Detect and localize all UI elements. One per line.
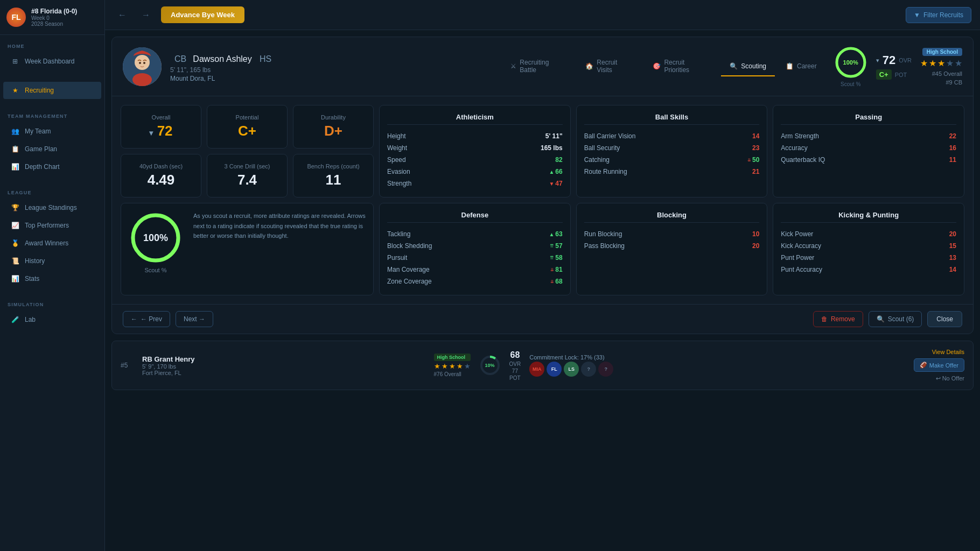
back-button[interactable]: ←: [114, 8, 131, 22]
pursuit-up2-icon: ⇈: [550, 255, 554, 260]
recruit-stars: ★ ★ ★ ★ ★: [920, 58, 962, 68]
school-badge: High School: [922, 48, 962, 56]
star-1: ★: [920, 58, 928, 68]
attr-evasion: Evasion ▲ 66: [387, 166, 563, 178]
sidebar-item-top-performers[interactable]: 📈 Top Performers: [3, 217, 101, 234]
sidebar-team-section: TEAM MANAGEMENT 👥 My Team 📋 Game Plan 📊 …: [0, 105, 104, 181]
sidebar-item-lab[interactable]: 🧪 Lab: [3, 311, 101, 328]
ovr-value: 72: [883, 53, 895, 67]
sidebar-league-section: LEAGUE 🏆 League Standings 📈 Top Performe…: [0, 181, 104, 293]
scout-mini-pct: 10%: [485, 363, 495, 368]
make-offer-button[interactable]: 🏈 Make Offer: [914, 358, 964, 372]
leader-ls: LS: [564, 362, 579, 377]
lab-icon: 🧪: [11, 316, 19, 323]
filter-icon: ▼: [914, 11, 920, 19]
scout-big-pct: 100%: [143, 232, 168, 244]
recruit-card: CB Dawson Ashley HS 5' 11", 165 lbs Moun…: [111, 37, 974, 334]
sidebar-item-label: Week Dashboard: [25, 58, 75, 65]
tab-recruit-visits[interactable]: 🏠 Recruit Visits: [577, 53, 642, 80]
depth-chart-icon: 📊: [11, 163, 19, 171]
tab-recruit-priorities[interactable]: 🎯 Recruit Priorities: [644, 53, 719, 80]
dashboard-icon: ⊞: [11, 58, 19, 65]
attr-strength: Strength ▼ 47: [387, 178, 563, 189]
attr-qb-iq: Quarterback IQ 11: [781, 154, 956, 166]
sidebar-item-recruiting[interactable]: ★ Recruiting: [3, 82, 101, 99]
forward-button[interactable]: →: [137, 8, 155, 22]
scout-button[interactable]: 🔍 Scout (6): [869, 311, 922, 327]
defense-card: Defense Tackling ▲ 63 Block Shedding ⇈ 5…: [379, 203, 571, 295]
attr-zone-coverage: Zone Coverage ⇊ 68: [387, 276, 563, 287]
durability-card: Durability D+: [293, 105, 374, 149]
star-3: ★: [937, 58, 945, 68]
prev-button[interactable]: ← ← Prev: [123, 311, 170, 327]
career-icon: 📋: [786, 62, 794, 70]
filter-recruits-button[interactable]: ▼ Filter Recruits: [906, 7, 971, 23]
dash40-card: 40yd Dash (sec) 4.49: [121, 154, 201, 197]
potential-value: C+: [238, 123, 256, 139]
durability-value: D+: [324, 123, 342, 139]
block-shedding-up2-icon: ⇈: [550, 243, 554, 249]
sidebar-item-label: Stats: [25, 275, 39, 282]
bottom-pot: OVR: [509, 361, 521, 367]
bstar-4: ★: [457, 362, 463, 370]
bstar-5: ★: [464, 362, 471, 370]
attr-weight: Weight 165 lbs: [387, 142, 563, 154]
sidebar-item-award-winners[interactable]: 🥇 Award Winners: [3, 235, 101, 252]
sidebar-simulation-section: SIMULATION 🧪 Lab: [0, 293, 104, 334]
recruit-physical: 5' 11", 165 lbs: [170, 66, 493, 74]
tab-scouting[interactable]: 🔍 Scouting: [721, 57, 775, 76]
bottom-location: Fort Pierce, FL: [142, 370, 425, 376]
sidebar-header: FL #8 Florida (0-0) Week 0 2028 Season: [0, 0, 104, 35]
main-content: ← → Advance Bye Week ▼ Filter Recruits: [105, 0, 980, 551]
attr-bcv: Ball Carrier Vision 14: [584, 130, 760, 142]
no-offer-button[interactable]: ↩ No Offer: [936, 375, 964, 382]
sidebar-team-info: #8 Florida (0-0) Week 0 2028 Season: [31, 8, 77, 27]
sidebar-item-my-team[interactable]: 👥 My Team: [3, 123, 101, 140]
kicking-title: Kicking & Punting: [781, 211, 956, 223]
recruit-rating: ▾ 72 OVR C+ POT: [876, 53, 912, 80]
athleticism-title: Athleticism: [387, 113, 563, 125]
attr-pass-blocking: Pass Blocking 20: [584, 240, 760, 252]
dash40-label: 40yd Dash (sec): [139, 163, 183, 169]
scout-circle-container: 100% Scout %: [834, 46, 867, 87]
stats-icon: 📊: [11, 275, 19, 282]
tab-recruiting-battle[interactable]: ⚔ Recruiting Battle: [502, 53, 575, 80]
attr-accuracy: Accuracy 16: [781, 142, 956, 154]
sidebar-item-game-plan[interactable]: 📋 Game Plan: [3, 140, 101, 158]
leader-unk2: ?: [598, 362, 613, 377]
recruit-name: CB Dawson Ashley HS: [170, 51, 493, 65]
view-details-button[interactable]: View Details: [932, 349, 964, 355]
tackling-up-icon: ▲: [549, 231, 554, 237]
strength-down-icon: ▼: [549, 181, 554, 187]
school-block: High School ★ ★ ★ ★ ★ #45 Overall #9 CB: [920, 48, 962, 86]
close-button[interactable]: Close: [927, 311, 962, 327]
recruiting-icon: ★: [11, 87, 19, 94]
next-button[interactable]: Next →: [176, 311, 213, 327]
sidebar-item-label: Recruiting: [25, 87, 54, 94]
sidebar-item-depth-chart[interactable]: 📊 Depth Chart: [3, 158, 101, 175]
bottom-name: RB Grant Henry: [142, 355, 425, 363]
remove-button[interactable]: 🗑 Remove: [813, 311, 863, 327]
advance-week-button[interactable]: Advance Bye Week: [161, 6, 244, 23]
no-offer-icon: ↩: [936, 375, 941, 382]
battle-icon: ⚔: [510, 62, 516, 70]
scouting-icon: 🔍: [730, 62, 738, 70]
attr-run-blocking: Run Blocking 10: [584, 228, 760, 240]
priorities-icon: 🎯: [653, 62, 661, 70]
kicking-card: Kicking & Punting Kick Power 20 Kick Acc…: [773, 203, 964, 295]
team-season: 2028 Season: [31, 21, 77, 27]
overall-rank: #45 Overall: [932, 70, 962, 77]
bstar-1: ★: [434, 362, 440, 370]
zone-cov-down2-icon: ⇊: [550, 279, 554, 284]
ovr-arrow: ▾: [876, 57, 879, 64]
sidebar-item-label: My Team: [25, 128, 51, 135]
bstar-3: ★: [449, 362, 456, 370]
stats-area: Overall ▾ 72 Potential C+ Durability D+ …: [112, 96, 973, 304]
sidebar-item-league-standings[interactable]: 🏆 League Standings: [3, 199, 101, 216]
commitment-lock: Commitment Lock: 17% (33): [529, 354, 613, 361]
sidebar-item-week-dashboard[interactable]: ⊞ Week Dashboard: [3, 53, 101, 70]
bstar-2: ★: [442, 362, 448, 370]
tab-career[interactable]: 📋 Career: [777, 57, 825, 76]
sidebar-item-history[interactable]: 📜 History: [3, 252, 101, 270]
sidebar-item-stats[interactable]: 📊 Stats: [3, 270, 101, 287]
